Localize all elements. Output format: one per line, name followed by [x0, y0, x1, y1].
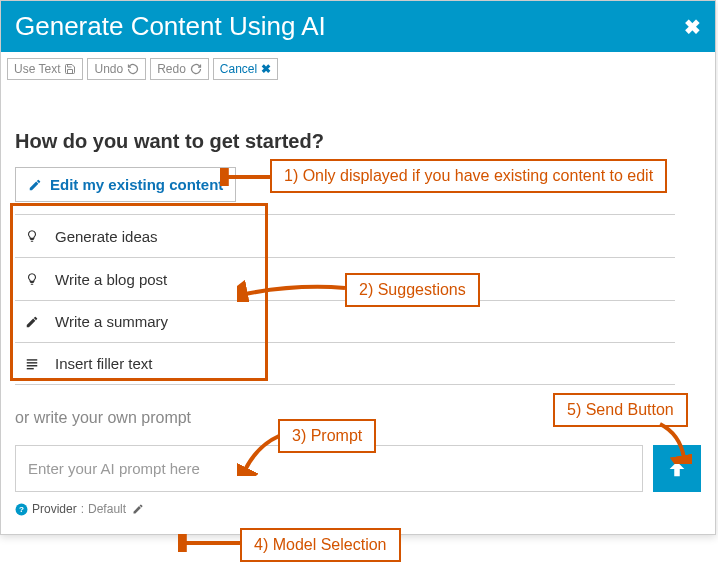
dialog-body: How do you want to get started? Edit my … [1, 86, 715, 534]
undo-icon [127, 63, 139, 75]
use-text-label: Use Text [14, 62, 60, 76]
provider-label: Provider [32, 502, 77, 516]
provider-value: Default [88, 502, 126, 516]
redo-label: Redo [157, 62, 186, 76]
prompt-input[interactable] [15, 445, 643, 492]
close-icon: ✖ [261, 62, 271, 76]
ai-content-dialog: Generate Content Using AI ✖ Use Text Und… [0, 0, 716, 535]
suggestion-label: Generate ideas [55, 228, 158, 245]
dialog-title: Generate Content Using AI [15, 11, 326, 42]
pencil-icon [23, 315, 41, 329]
pencil-icon[interactable] [132, 503, 144, 515]
redo-button[interactable]: Redo [150, 58, 209, 80]
close-icon[interactable]: ✖ [684, 15, 701, 39]
start-question: How do you want to get started? [15, 130, 701, 153]
redo-icon [190, 63, 202, 75]
save-icon [64, 63, 76, 75]
suggestion-list: Generate ideas Write a blog post Write a… [15, 214, 675, 385]
lightbulb-icon [23, 227, 41, 245]
lines-icon [23, 357, 41, 371]
toolbar: Use Text Undo Redo Cancel ✖ [1, 52, 715, 86]
dialog-titlebar: Generate Content Using AI ✖ [1, 1, 715, 52]
arrow-icon [178, 534, 242, 552]
lightbulb-icon [23, 270, 41, 288]
help-icon[interactable]: ? [15, 503, 28, 516]
or-write-own-prompt: or write your own prompt [15, 409, 701, 427]
suggestion-label: Write a blog post [55, 271, 167, 288]
suggestion-insert-filler-text[interactable]: Insert filler text [15, 343, 675, 385]
arrow-up-icon [666, 458, 688, 480]
cancel-button[interactable]: Cancel ✖ [213, 58, 278, 80]
svg-text:?: ? [19, 505, 24, 514]
edit-existing-content-label: Edit my existing content [50, 176, 223, 193]
undo-button[interactable]: Undo [87, 58, 146, 80]
suggestion-write-blog-post[interactable]: Write a blog post [15, 258, 675, 301]
use-text-button[interactable]: Use Text [7, 58, 83, 80]
suggestion-label: Insert filler text [55, 355, 153, 372]
undo-label: Undo [94, 62, 123, 76]
cancel-label: Cancel [220, 62, 257, 76]
suggestion-generate-ideas[interactable]: Generate ideas [15, 214, 675, 258]
send-button[interactable] [653, 445, 701, 492]
pencil-icon [28, 178, 42, 192]
suggestion-write-summary[interactable]: Write a summary [15, 301, 675, 343]
suggestion-label: Write a summary [55, 313, 168, 330]
prompt-row [15, 445, 701, 492]
provider-row: ? Provider: Default [15, 502, 701, 516]
edit-existing-content-button[interactable]: Edit my existing content [15, 167, 236, 202]
